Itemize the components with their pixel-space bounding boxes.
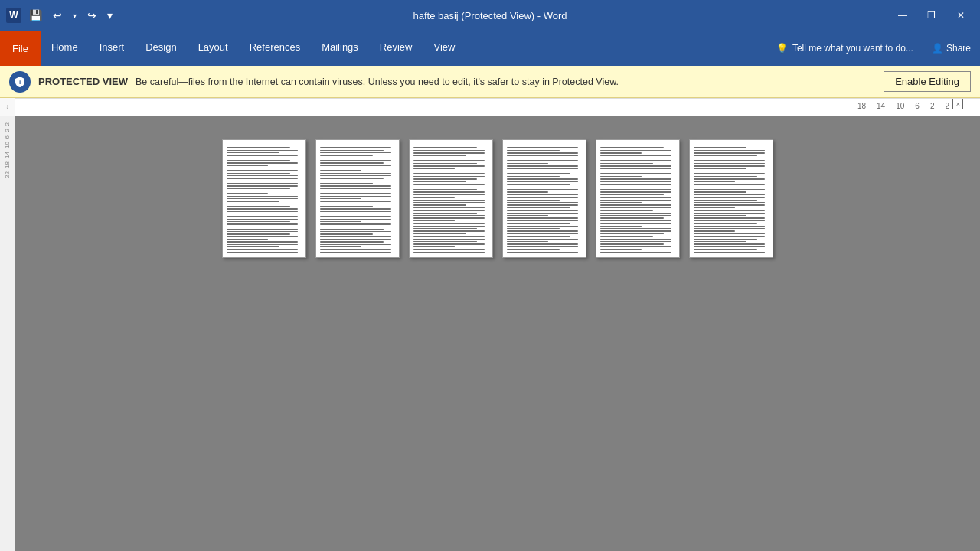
tab-layout[interactable]: Layout [188,31,239,66]
protected-view-label: PROTECTED VIEW [38,76,128,87]
ruler-corner: ↕ [0,98,15,116]
redo-button[interactable]: ↪ [84,8,100,23]
restore-button[interactable]: ❒ [920,7,943,24]
undo-button[interactable]: ↩ [50,8,65,23]
vruler-22: 22 [5,171,11,178]
tell-me-label: Tell me what you want to do... [792,43,913,54]
page-3-content [410,140,492,257]
page-2 [315,139,400,258]
vruler-2: 2 [5,122,11,126]
ruler-numbers: 18 14 10 6 2 2 × [858,102,949,110]
tab-mailings[interactable]: Mailings [311,31,369,66]
vruler-6: 6 [5,135,11,139]
save-button[interactable]: 💾 [26,8,45,23]
close-button[interactable]: ✕ [948,7,974,24]
qat-more-button[interactable]: ▾ [104,8,116,23]
page-4 [502,139,586,258]
tab-file[interactable]: File [0,31,41,66]
share-icon: 👤 [932,43,943,54]
main-area: 2 2 6 10 14 18 22 [0,116,980,551]
ruler-num-2: 2 [930,102,935,110]
vertical-ruler: 2 2 6 10 14 18 22 [0,116,15,551]
page-1 [222,139,306,258]
page-2-content [316,140,399,257]
tab-view[interactable]: View [423,31,466,66]
svg-text:i: i [19,79,21,86]
ruler-area: ↕ 18 14 10 6 2 2 × [0,98,980,116]
tell-me-input[interactable]: 💡 Tell me what you want to do... [767,31,923,66]
page-6 [689,139,773,258]
page-6-content [690,140,773,257]
document-canvas [15,116,980,551]
vruler-14: 14 [5,152,11,158]
ribbon: File Home Insert Design Layout Reference… [0,31,980,66]
title-bar-left: W 💾 ↩ ▾ ↪ ▾ [6,8,116,23]
protected-view-message: Be careful—files from the Internet can c… [136,77,876,87]
tab-design[interactable]: Design [135,31,187,66]
page-1-content [223,140,305,257]
title-bar-right: — ❒ ✕ [890,7,974,24]
undo-dropdown[interactable]: ▾ [70,10,80,21]
tab-insert[interactable]: Insert [89,31,136,66]
tab-references[interactable]: References [239,31,311,66]
enable-editing-button[interactable]: Enable Editing [884,71,971,92]
ruler-num-2b: 2 × [945,102,949,110]
tab-home[interactable]: Home [41,31,89,66]
page-3 [409,139,493,258]
word-app-icon: W [6,8,21,23]
ruler-num-18: 18 [858,102,866,110]
vruler-2b: 2 [5,129,11,132]
minimize-button[interactable]: — [890,7,915,24]
ruler-num-10: 10 [896,102,904,110]
page-5-content [596,140,679,257]
vruler-10: 10 [5,142,11,148]
document-title: hafte basij (Protected View) - Word [413,10,567,21]
protected-view-bar: i PROTECTED VIEW Be careful—files from t… [0,66,980,98]
page-5 [596,139,680,258]
vruler-18: 18 [5,161,11,168]
tab-review[interactable]: Review [369,31,423,66]
ruler-num-14: 14 [877,102,885,110]
page-4-content [503,140,586,257]
share-label: Share [946,43,971,54]
ruler-corner-icon: ↕ [6,103,9,110]
shield-icon: i [9,71,31,93]
lightbulb-icon: 💡 [776,43,788,54]
horizontal-ruler: 18 14 10 6 2 2 × [15,98,980,116]
title-bar: W 💾 ↩ ▾ ↪ ▾ hafte basij (Protected View)… [0,0,980,31]
pages-row [222,139,773,258]
share-button[interactable]: 👤 Share [923,31,980,66]
ruler-num-6: 6 [915,102,920,110]
